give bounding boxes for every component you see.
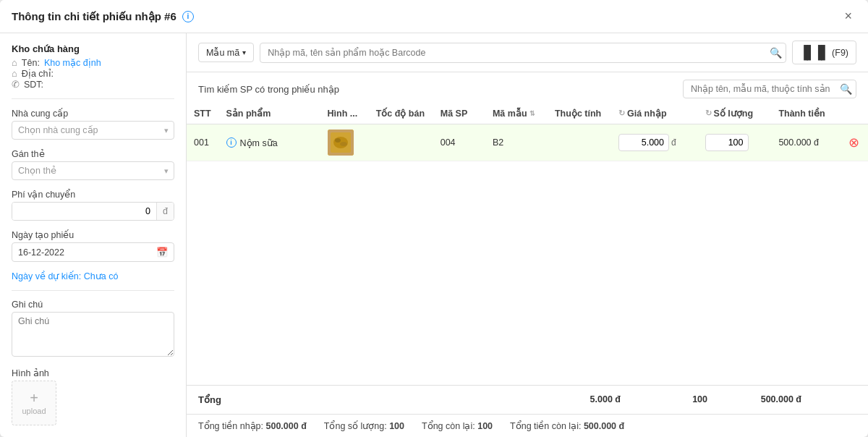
modal-header: Thông tin chi tiết phiếu nhập #6 i × bbox=[0, 0, 868, 33]
image-label: Hình ảnh bbox=[12, 368, 174, 378]
table-row: 001 i Nộm sữa 004 B2 đ bbox=[187, 124, 868, 161]
total-action-spacer bbox=[830, 394, 856, 405]
th-thuoctinh: Thuộc tính bbox=[548, 103, 611, 124]
product-search-input[interactable] bbox=[260, 43, 786, 63]
so-luong-input[interactable] bbox=[705, 134, 749, 151]
upload-plus-icon: + bbox=[30, 391, 38, 405]
product-search-row: Tìm kiếm SP có trong phiếu nhập 🔍 bbox=[187, 72, 868, 103]
th-masp: Mã SP bbox=[433, 103, 485, 124]
summary-tong-tien-nhap: Tổng tiền nhập: 500.000 đ bbox=[198, 420, 307, 431]
note-section: Ghi chú bbox=[12, 300, 174, 359]
date-created-input[interactable] bbox=[18, 247, 152, 258]
summary-tong-con-lai-label: Tổng còn lại: bbox=[422, 421, 475, 431]
expected-date-row: Ngày về dự kiến: Chưa có bbox=[12, 271, 174, 281]
upload-text: upload bbox=[22, 407, 46, 415]
th-stt: STT bbox=[187, 103, 219, 124]
warehouse-phone-row: ✆ SDT: bbox=[12, 79, 174, 90]
phone-icon: ✆ bbox=[12, 79, 20, 90]
th-speed: Tốc độ bán bbox=[369, 103, 433, 124]
cell-mam: B2 bbox=[485, 124, 548, 161]
modal-title: Thông tin chi tiết phiếu nhập #6 bbox=[12, 10, 176, 23]
cell-soluong bbox=[698, 124, 772, 161]
th-action bbox=[840, 103, 868, 124]
shipping-suffix: đ bbox=[156, 203, 174, 220]
product-filter-wrapper: 🔍 bbox=[683, 80, 856, 98]
tag-section: Gán thẻ Chọn thẻ bbox=[12, 148, 174, 180]
th-gianhap: ↻ Giá nhập bbox=[611, 103, 698, 124]
product-image bbox=[328, 130, 354, 156]
th-thanhtien: Thành tiền bbox=[771, 103, 840, 124]
note-textarea[interactable] bbox=[12, 312, 174, 357]
tag-select[interactable]: Chọn thẻ bbox=[12, 161, 174, 180]
table-wrapper: STT Sản phẩm Hình ... Tốc độ bán Mã SP M… bbox=[187, 103, 868, 385]
product-filter-search-icon: 🔍 bbox=[840, 83, 852, 95]
image-section: Hình ảnh + upload bbox=[12, 368, 174, 425]
modal-container: Thông tin chi tiết phiếu nhập #6 i × Kho… bbox=[0, 0, 868, 437]
warehouse-name-link[interactable]: Kho mặc định bbox=[44, 57, 101, 68]
th-image: Hình ... bbox=[320, 103, 369, 124]
th-soluong: ↻ Số lượng bbox=[698, 103, 772, 124]
barcode-label: (F9) bbox=[832, 48, 848, 58]
modal-body: Kho chứa hàng ⌂ Tên: Kho mặc định ⌂ Địa … bbox=[0, 33, 868, 437]
product-info-icon[interactable]: i bbox=[226, 137, 237, 148]
product-search-icon-button[interactable]: 🔍 bbox=[770, 47, 782, 59]
svg-point-4 bbox=[340, 142, 347, 146]
warehouse-section-title: Kho chứa hàng bbox=[12, 43, 174, 54]
close-button[interactable]: × bbox=[840, 7, 856, 25]
chevron-down-icon: ▾ bbox=[242, 48, 246, 56]
th-product: Sản phẩm bbox=[219, 103, 320, 124]
th-mam: Mã mẫu ⇅ bbox=[485, 103, 548, 124]
product-name: Nộm sữa bbox=[240, 137, 278, 148]
summary-tong-so-luong-label: Tổng số lượng: bbox=[324, 421, 387, 431]
home-icon: ⌂ bbox=[12, 57, 17, 68]
svg-point-3 bbox=[335, 138, 341, 143]
footer-totals: Tổng 5.000 đ 100 500.000 đ bbox=[187, 385, 868, 414]
soluong-refresh-icon[interactable]: ↻ bbox=[705, 109, 712, 118]
mau-ma-button[interactable]: Mẫu mã ▾ bbox=[198, 43, 254, 62]
summary-tong-tien-nhap-label: Tổng tiền nhập: bbox=[198, 421, 263, 431]
warehouse-phone-label: SDT: bbox=[24, 80, 43, 90]
tag-select-wrapper: Chọn thẻ bbox=[12, 161, 174, 180]
total-soluong: 100 bbox=[650, 394, 707, 405]
info-icon[interactable]: i bbox=[182, 11, 194, 22]
total-label: Tổng bbox=[198, 394, 256, 405]
toolbar: Mẫu mã ▾ 🔍 ▐▌▐▌ (F9) bbox=[187, 33, 868, 72]
product-filter-input[interactable] bbox=[683, 80, 856, 98]
shipping-input[interactable] bbox=[12, 203, 156, 220]
th-gianhap-label: Giá nhập bbox=[627, 108, 667, 119]
product-search-wrapper: 🔍 bbox=[260, 43, 786, 63]
expected-date-label: Ngày về dự kiến: bbox=[12, 271, 81, 281]
mam-sort-icon[interactable]: ⇅ bbox=[529, 110, 535, 117]
tag-label: Gán thẻ bbox=[12, 148, 174, 159]
product-area: Tìm kiếm SP có trong phiếu nhập 🔍 STT Sả… bbox=[187, 72, 868, 437]
divider-1 bbox=[12, 98, 174, 99]
cell-gianhap: đ bbox=[611, 124, 698, 161]
warehouse-name-row: ⌂ Tên: Kho mặc định bbox=[12, 57, 174, 68]
calendar-icon: 📅 bbox=[156, 247, 168, 258]
barcode-button[interactable]: ▐▌▐▌ (F9) bbox=[792, 41, 856, 64]
modal-title-area: Thông tin chi tiết phiếu nhập #6 i bbox=[12, 10, 194, 23]
barcode-icon: ▐▌▐▌ bbox=[800, 45, 828, 60]
remove-row-button[interactable]: ⊗ bbox=[847, 135, 861, 150]
supplier-select[interactable]: Chọn nhà cung cấp bbox=[12, 121, 174, 140]
shipping-label: Phí vận chuyển bbox=[12, 189, 174, 200]
summary-tong-con-lai-value: 100 bbox=[477, 421, 493, 431]
cell-masp: 004 bbox=[433, 124, 485, 161]
cell-image bbox=[320, 124, 369, 161]
total-gia-nhap: 5.000 đ bbox=[534, 394, 621, 405]
gianhap-refresh-icon[interactable]: ↻ bbox=[618, 109, 625, 118]
supplier-select-wrapper: Chọn nhà cung cấp bbox=[12, 121, 174, 140]
shipping-section: Phí vận chuyển đ bbox=[12, 189, 174, 221]
expected-date-value[interactable]: Chưa có bbox=[84, 271, 119, 281]
cell-thuoctinh bbox=[548, 124, 611, 161]
summary-tong-so-luong: Tổng số lượng: 100 bbox=[324, 420, 404, 431]
upload-button[interactable]: + upload bbox=[12, 381, 56, 425]
summary-tong-tien-con-lai-value: 500.000 đ bbox=[584, 421, 624, 431]
th-mam-label: Mã mẫu bbox=[493, 108, 527, 119]
summary-tong-tien-nhap-value: 500.000 đ bbox=[266, 421, 307, 431]
table-header-row: STT Sản phẩm Hình ... Tốc độ bán Mã SP M… bbox=[187, 103, 868, 124]
totals-row: Tổng 5.000 đ 100 500.000 đ bbox=[198, 391, 856, 408]
cell-thanhtien: 500.000 đ bbox=[771, 124, 840, 161]
supplier-label: Nhà cung cấp bbox=[12, 108, 174, 119]
gia-nhap-input[interactable] bbox=[618, 134, 669, 151]
